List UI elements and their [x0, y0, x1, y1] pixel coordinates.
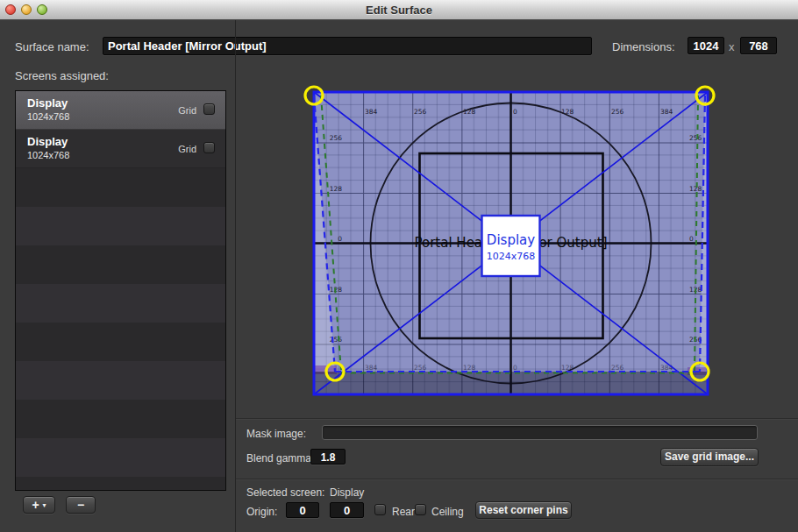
chevron-down-icon: ▾ — [43, 501, 46, 509]
ceiling-checkbox[interactable] — [415, 504, 426, 515]
origin-label: Origin: — [246, 506, 277, 518]
grid-axis-label: 384 — [660, 364, 673, 372]
screens-assigned-label: Screens assigned: — [15, 69, 109, 82]
save-grid-image-button[interactable]: Save grid image... — [660, 448, 759, 466]
grid-axis-label: 256 — [330, 336, 343, 344]
separator — [236, 479, 798, 479]
dimension-width-input[interactable] — [688, 37, 724, 54]
empty-list-row — [16, 477, 225, 491]
grid-axis-label: 0 — [689, 235, 694, 243]
empty-list-row — [16, 361, 225, 400]
screen-info-name: Display — [487, 232, 535, 248]
grid-axis-label: 0 — [513, 108, 517, 116]
warp-canvas[interactable]: 384 256 128 0 128 256 384 384 256 128 0 … — [298, 77, 727, 421]
blend-gamma-label: Blend gamma: — [246, 452, 314, 465]
grid-checkbox[interactable] — [203, 103, 215, 115]
screen-list-item[interactable]: Display 1024x768 Grid — [16, 130, 225, 168]
origin-y-input[interactable]: 0 — [330, 502, 364, 518]
empty-list-row — [16, 168, 225, 207]
surface-name-label: Surface name: — [15, 40, 89, 53]
screen-list-item[interactable]: Display 1024x768 Grid — [16, 91, 225, 130]
grid-axis-label: 384 — [365, 364, 378, 372]
grid-axis-label: 384 — [365, 108, 378, 116]
grid-axis-label: 256 — [330, 134, 343, 142]
dimension-height-input[interactable] — [740, 37, 777, 54]
empty-list-row — [16, 438, 225, 477]
screen-info-resolution: 1024x768 — [487, 251, 536, 262]
grid-axis-label: 384 — [660, 108, 673, 116]
remove-screen-button[interactable]: − — [66, 496, 96, 514]
grid-axis-label: 128 — [330, 185, 343, 193]
empty-list-row — [16, 400, 225, 438]
grid-axis-label: 256 — [689, 134, 702, 142]
empty-list-row — [16, 323, 225, 361]
empty-list-row — [16, 245, 225, 284]
ceiling-checkbox-label: Ceiling — [431, 506, 464, 518]
screens-list[interactable]: Display 1024x768 Grid Display 1024x768 G… — [15, 90, 226, 491]
grid-axis-label: 128 — [463, 108, 476, 116]
panel-divider — [235, 20, 236, 532]
mask-image-input[interactable] — [322, 425, 758, 440]
title-bar: Edit Surface — [0, 0, 798, 20]
minus-icon: − — [77, 498, 84, 512]
screen-name: Display — [27, 135, 68, 148]
blend-gamma-value[interactable]: 1.8 — [310, 449, 346, 465]
surface-name-input[interactable] — [103, 37, 592, 55]
grid-axis-label: 128 — [463, 364, 476, 372]
grid-axis-label: 128 — [561, 108, 574, 116]
grid-axis-label: 0 — [513, 364, 517, 372]
plus-icon: + — [32, 498, 39, 512]
screen-resolution: 1024x768 — [27, 111, 69, 122]
empty-list-row — [16, 207, 225, 245]
separator — [236, 418, 798, 419]
edit-surface-window: Edit Surface Surface name: Dimensions: x… — [0, 0, 798, 532]
grid-checkbox-label: Grid — [178, 144, 196, 154]
rear-checkbox[interactable] — [374, 504, 386, 515]
grid-axis-label: 0 — [338, 235, 342, 243]
grid-axis-label: 256 — [414, 364, 427, 372]
grid-axis-label: 128 — [689, 185, 702, 193]
grid-checkbox[interactable] — [203, 142, 215, 153]
dimensions-label: Dimensions: — [612, 40, 675, 53]
screen-name: Display — [27, 96, 68, 110]
screen-resolution: 1024x768 — [27, 150, 69, 160]
unmapped-region — [314, 372, 708, 394]
reset-corner-pins-button[interactable]: Reset corner pins — [475, 501, 572, 519]
mask-image-label: Mask image: — [246, 428, 306, 440]
dimensions-x-separator: x — [729, 40, 735, 53]
selected-screen-value: Display — [330, 486, 364, 499]
grid-axis-label: 128 — [561, 364, 574, 372]
origin-x-input[interactable]: 0 — [286, 502, 319, 518]
grid-checkbox-label: Grid — [178, 105, 196, 116]
selected-screen-label: Selected screen: — [246, 486, 324, 499]
grid-axis-label: 256 — [611, 108, 624, 116]
window-title: Edit Surface — [0, 0, 798, 20]
rear-checkbox-label: Rear — [392, 506, 415, 518]
grid-axis-label: 256 — [611, 364, 624, 372]
add-screen-button[interactable]: + ▾ — [23, 496, 55, 514]
grid-axis-label: 256 — [414, 108, 427, 116]
empty-list-row — [16, 284, 225, 323]
